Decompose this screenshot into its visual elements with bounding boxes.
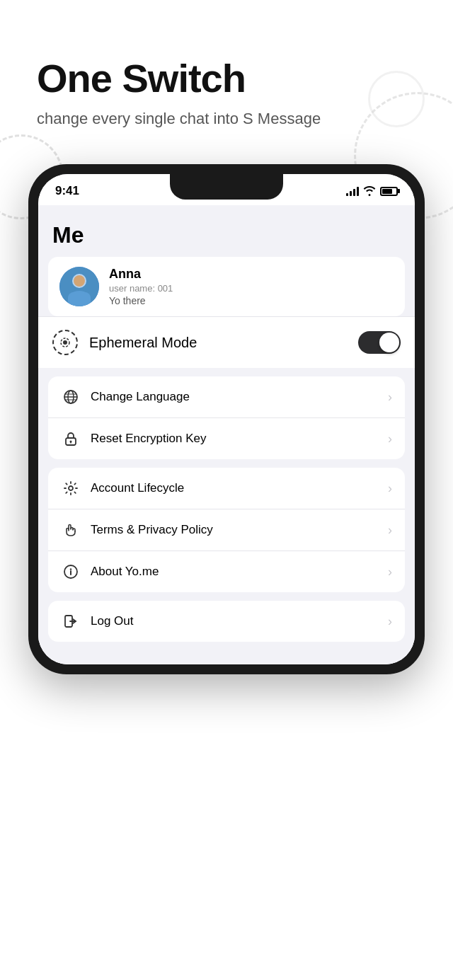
phone-screen: 9:41 bbox=[38, 174, 415, 664]
signal-bars-icon bbox=[346, 186, 359, 196]
terms-privacy-label: Terms & Privacy Policy bbox=[91, 523, 378, 537]
settings-group-3: Log Out › bbox=[48, 601, 405, 642]
signal-bar-3 bbox=[353, 189, 355, 196]
hero-title: One Switch bbox=[37, 57, 416, 100]
app-content: Me Anna user na bbox=[38, 205, 415, 664]
gear-icon bbox=[61, 478, 81, 498]
reset-encryption-label: Reset Encryption Key bbox=[91, 432, 378, 446]
chevron-icon: › bbox=[388, 614, 392, 629]
ephemeral-mode-icon bbox=[59, 336, 71, 349]
svg-point-18 bbox=[70, 568, 71, 570]
logout-icon bbox=[61, 611, 81, 631]
ephemeral-label: Ephemeral Mode bbox=[89, 335, 347, 351]
app-header: Me bbox=[38, 217, 415, 257]
signal-bar-4 bbox=[357, 187, 359, 196]
toggle-knob bbox=[379, 333, 399, 352]
svg-point-5 bbox=[63, 340, 67, 345]
settings-row-about[interactable]: About Yo.me › bbox=[48, 550, 405, 592]
settings-row-account-lifecycle[interactable]: Account Lifecycle › bbox=[48, 468, 405, 509]
battery-fill bbox=[382, 189, 392, 194]
status-icons bbox=[346, 186, 398, 196]
chevron-icon: › bbox=[388, 523, 392, 538]
settings-group-2: Account Lifecycle › bbox=[48, 468, 405, 592]
lock-icon bbox=[61, 429, 81, 449]
ephemeral-toggle[interactable] bbox=[358, 331, 401, 354]
avatar-svg bbox=[59, 267, 99, 306]
settings-row-terms-privacy[interactable]: Terms & Privacy Policy › bbox=[48, 509, 405, 550]
logout-label: Log Out bbox=[91, 614, 378, 628]
globe-icon bbox=[61, 387, 81, 407]
app-header-title: Me bbox=[52, 222, 401, 248]
svg-point-4 bbox=[74, 275, 85, 287]
settings-row-logout[interactable]: Log Out › bbox=[48, 601, 405, 642]
avatar bbox=[59, 267, 99, 306]
contact-card[interactable]: Anna user name: 001 Yo there bbox=[48, 257, 405, 316]
contact-username: user name: 001 bbox=[109, 283, 173, 294]
battery-icon bbox=[380, 187, 398, 196]
contact-info: Anna user name: 001 Yo there bbox=[109, 267, 173, 306]
signal-bar-1 bbox=[346, 193, 348, 196]
settings-row-change-language[interactable]: Change Language › bbox=[48, 376, 405, 417]
phone-frame: 9:41 bbox=[28, 164, 425, 674]
status-time: 9:41 bbox=[55, 184, 79, 198]
chevron-icon: › bbox=[388, 432, 392, 446]
signal-bar-2 bbox=[350, 191, 352, 196]
about-label: About Yo.me bbox=[91, 565, 378, 579]
hero-subtitle: change every single chat into S Message bbox=[37, 109, 416, 129]
ephemeral-icon bbox=[52, 330, 78, 355]
ephemeral-row[interactable]: Ephemeral Mode bbox=[38, 316, 415, 368]
settings-area: Change Language › bbox=[38, 376, 415, 664]
phone-container: 9:41 bbox=[0, 164, 453, 674]
contact-name: Anna bbox=[109, 267, 173, 282]
svg-rect-3 bbox=[68, 292, 91, 306]
change-language-label: Change Language bbox=[91, 390, 378, 404]
hero-section: One Switch change every single chat into… bbox=[0, 0, 453, 150]
contact-message: Yo there bbox=[109, 295, 173, 306]
svg-point-15 bbox=[69, 486, 73, 490]
chevron-icon: › bbox=[388, 390, 392, 405]
info-icon bbox=[61, 562, 81, 582]
settings-row-reset-encryption[interactable]: Reset Encryption Key › bbox=[48, 417, 405, 459]
phone-notch bbox=[170, 174, 283, 200]
hand-icon bbox=[61, 520, 81, 540]
wifi-icon bbox=[363, 186, 376, 196]
settings-group-1: Change Language › bbox=[48, 376, 405, 459]
account-lifecycle-label: Account Lifecycle bbox=[91, 481, 378, 495]
chevron-icon: › bbox=[388, 565, 392, 580]
chevron-icon: › bbox=[388, 481, 392, 496]
